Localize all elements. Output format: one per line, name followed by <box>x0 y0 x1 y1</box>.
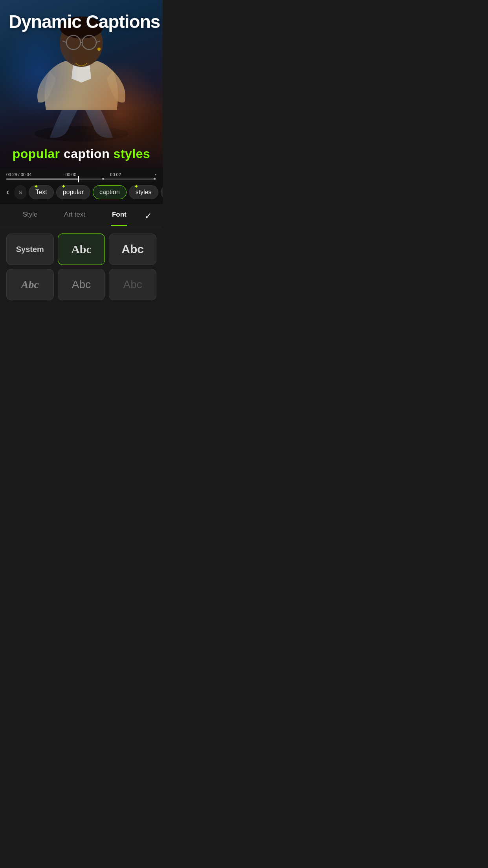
timeline-track[interactable] <box>6 178 156 180</box>
time-marker1: 00:00 <box>66 172 77 177</box>
word-chips-row: ‹ s ✦ Text ✦ popular caption ✦ styles Th… <box>0 183 163 204</box>
chip-caption[interactable]: caption <box>93 185 127 199</box>
font-abc-mid-label: Abc <box>72 278 91 291</box>
time-end-dot: • <box>155 172 156 177</box>
nav-prev-button[interactable]: ‹ <box>3 186 12 199</box>
chip-s[interactable]: s <box>15 185 26 199</box>
timeline-dot2 <box>154 178 156 180</box>
sparkle-icon: ✦ <box>61 183 66 189</box>
font-card-abc-mid[interactable]: Abc <box>58 269 105 300</box>
timeline-bar: 00:29 / 00:34 00:00 00:02 • <box>0 169 163 183</box>
video-title: Dynamic Captions <box>9 12 160 32</box>
caption-overlay: popular caption styles <box>0 147 163 161</box>
confirm-button[interactable]: ✓ <box>141 210 155 223</box>
svg-point-9 <box>97 48 101 51</box>
caption-word2: caption <box>60 147 114 161</box>
caption-word3: styles <box>114 147 150 161</box>
font-card-abc-sans[interactable]: Abc <box>109 234 156 265</box>
sparkle-icon: ✦ <box>34 183 39 189</box>
font-card-system[interactable]: System <box>6 234 54 265</box>
tabs-row: Style Art text Font ✓ <box>0 204 163 227</box>
font-system-label: System <box>16 245 44 254</box>
tab-font[interactable]: Font <box>97 211 141 222</box>
font-card-abc-thin[interactable]: Abc <box>109 269 156 300</box>
sparkle-icon: ✦ <box>134 183 139 189</box>
caption-word1: popular <box>13 147 60 161</box>
chip-there[interactable]: There <box>161 185 163 199</box>
timeline-progress <box>6 178 78 180</box>
chip-styles[interactable]: ✦ styles <box>129 185 158 199</box>
font-grid: System Abc Abc Abc Abc Abc <box>0 227 163 307</box>
time-current-total: 00:29 / 00:34 <box>6 172 31 177</box>
tab-art-text[interactable]: Art text <box>52 211 97 222</box>
chip-popular[interactable]: ✦ popular <box>56 185 90 199</box>
tab-style[interactable]: Style <box>8 211 52 222</box>
video-preview: Dynamic Captions popular caption style <box>0 0 163 169</box>
timeline-dot1 <box>102 178 104 180</box>
font-card-abc-bold[interactable]: Abc <box>58 234 105 265</box>
font-card-abc-italic[interactable]: Abc <box>6 269 54 300</box>
chip-text[interactable]: ✦ Text <box>29 185 53 199</box>
time-marker2: 00:02 <box>110 172 121 177</box>
font-abc-sans-label: Abc <box>121 243 144 256</box>
font-abc-thin-label: Abc <box>123 278 142 291</box>
timeline-cursor <box>78 176 79 182</box>
font-abc-bold-label: Abc <box>71 243 92 256</box>
timeline-times: 00:29 / 00:34 00:00 00:02 • <box>6 172 156 177</box>
font-abc-italic-label: Abc <box>21 278 39 291</box>
